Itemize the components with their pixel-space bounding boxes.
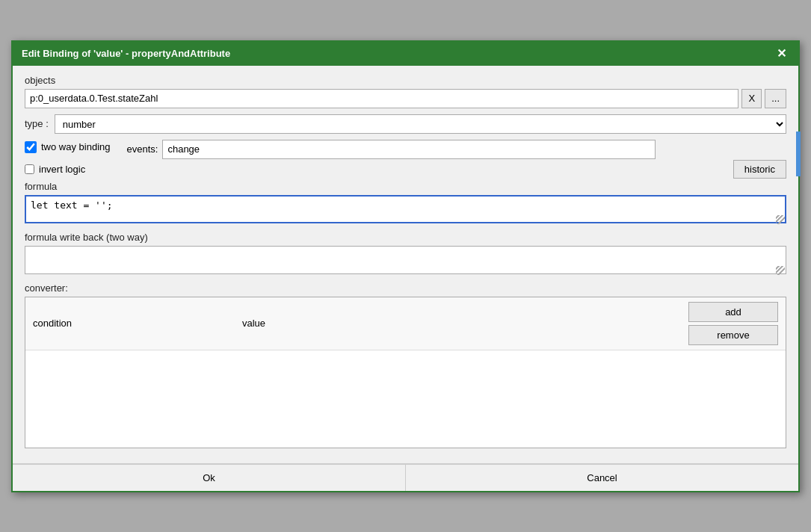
two-way-checkbox[interactable] [25,141,37,153]
invert-logic-label: invert logic [39,164,85,175]
formula-write-back-input[interactable] [25,246,786,274]
formula-write-back-resize-handle[interactable] [776,266,785,275]
objects-row: X ... [25,89,786,108]
scroll-indicator [796,132,801,176]
formula-input-wrapper: let text = ''; [25,195,786,226]
remove-button[interactable]: remove [688,325,778,345]
formula-write-back-label: formula write back (two way) [25,232,786,243]
type-row: type : number string boolean object [25,114,786,134]
historic-button[interactable]: historic [733,160,786,179]
dialog-body: objects X ... type : number string boole… [13,66,798,463]
title-bar: Edit Binding of 'value' - propertyAndAtt… [13,42,798,66]
two-way-row: two way binding events: [25,140,786,159]
invert-logic-checkbox[interactable] [25,164,34,174]
converter-body [25,350,786,448]
formula-input[interactable]: let text = ''; [25,195,786,223]
invert-row: invert logic historic [25,164,786,175]
dialog-footer: Ok Cancel [13,463,798,491]
converter-action-header: add remove [673,302,778,345]
add-button[interactable]: add [688,302,778,322]
browse-button[interactable]: ... [765,89,786,108]
formula-write-back-wrapper [25,246,786,276]
formula-section: formula let text = ''; [25,181,786,226]
two-way-label: two way binding [41,141,111,152]
type-label: type : [25,118,49,129]
ok-button[interactable]: Ok [13,464,406,491]
converter-label: converter: [25,282,786,294]
dialog-title: Edit Binding of 'value' - propertyAndAtt… [22,48,230,59]
formula-write-back-section: formula write back (two way) [25,232,786,276]
converter-header-row: condition value add remove [25,297,786,350]
formula-label: formula [25,181,786,192]
cancel-button[interactable]: Cancel [406,464,798,491]
converter-table: condition value add remove [25,297,786,448]
two-way-left: two way binding events: [25,140,656,159]
close-button[interactable]: ✕ [774,48,789,60]
type-select[interactable]: number string boolean object [55,114,786,134]
objects-label: objects [25,75,786,86]
formula-resize-handle[interactable] [776,215,785,224]
two-way-checkbox-row: two way binding [25,141,111,153]
dialog: Edit Binding of 'value' - propertyAndAtt… [11,40,800,492]
converter-condition-header: condition [33,318,242,329]
converter-value-header: value [242,318,673,329]
events-input[interactable] [162,140,656,159]
clear-button[interactable]: X [741,89,762,108]
objects-input[interactable] [25,89,738,108]
events-label: events: [127,143,158,155]
